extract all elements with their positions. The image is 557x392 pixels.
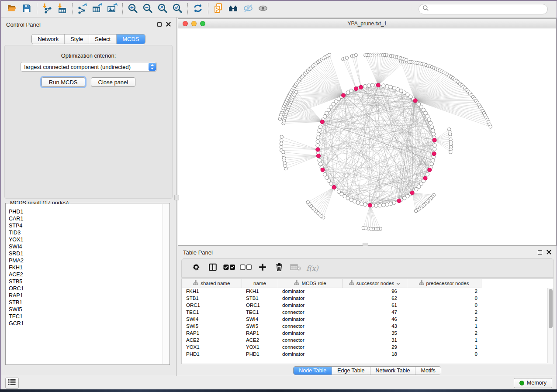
table-cell[interactable]: dominator [278, 330, 343, 337]
mcds-result-item[interactable]: ORC1 [6, 285, 163, 292]
tab-edge-table[interactable]: Edge Table [332, 367, 370, 375]
table-cell[interactable]: 0 [407, 295, 481, 302]
network-graph[interactable] [178, 28, 556, 245]
table-row[interactable]: TEC1TEC1connector472 [182, 309, 549, 316]
network-nodes[interactable] [278, 53, 492, 230]
table-cell[interactable]: 46 [343, 316, 407, 323]
column-header-MCDS-role[interactable]: MCDS role [278, 279, 343, 288]
table-row[interactable]: FKH1FKH1dominator962 [182, 288, 549, 295]
mcds-result-item[interactable]: SRD1 [6, 250, 163, 257]
search-field[interactable] [419, 4, 548, 14]
table-cell[interactable]: 47 [343, 309, 407, 316]
table-cell[interactable]: dominator [278, 302, 343, 309]
network-canvas[interactable] [178, 28, 556, 245]
mcds-result-item[interactable]: YOX1 [6, 236, 163, 243]
zoom-fit-button[interactable] [155, 3, 170, 16]
table-cell[interactable]: SWI5 [242, 323, 278, 330]
table-cell[interactable]: RAP1 [242, 330, 278, 337]
tab-network[interactable]: Network [32, 34, 64, 44]
tab-mcds[interactable]: MCDS [116, 34, 145, 44]
deselect-all-rows-button[interactable] [238, 261, 254, 275]
table-row[interactable]: STB1STB1dominator620 [182, 295, 549, 302]
memory-button[interactable]: Memory [514, 378, 552, 388]
show-task-history-button[interactable] [5, 378, 19, 389]
table-cell[interactable]: 96 [343, 288, 407, 295]
import-table-button[interactable] [55, 3, 69, 16]
hide-selected-button[interactable] [241, 3, 256, 16]
table-cell[interactable]: 1 [407, 337, 481, 344]
table-cell[interactable]: 0 [407, 302, 481, 309]
table-cell[interactable]: 61 [343, 302, 407, 309]
mcds-result-item[interactable]: RAP1 [6, 292, 163, 299]
mcds-result-item[interactable]: STP4 [6, 222, 163, 229]
column-header-name[interactable]: name [242, 279, 278, 288]
table-cell[interactable]: PHD1 [182, 351, 242, 358]
table-cell[interactable]: connector [278, 309, 343, 316]
mcds-result-item[interactable]: SWI4 [6, 243, 163, 250]
tab-node-table[interactable]: Node Table [294, 367, 332, 375]
table-cell[interactable]: 2 [407, 288, 481, 295]
table-cell[interactable]: 1 [407, 344, 481, 351]
table-settings-button[interactable] [188, 261, 204, 275]
table-cell[interactable]: ORC1 [242, 302, 278, 309]
column-header-shared-name[interactable]: shared name [182, 279, 242, 288]
apply-layout-button[interactable] [190, 3, 205, 16]
table-cell[interactable]: 62 [343, 295, 407, 302]
table-cell[interactable]: connector [278, 337, 343, 344]
table-cell[interactable]: 2 [407, 316, 481, 323]
save-session-button[interactable] [19, 3, 34, 16]
import-network-button[interactable] [40, 3, 55, 16]
tab-network-table[interactable]: Network Table [370, 367, 415, 375]
column-header-successor-nodes[interactable]: successor nodes [343, 279, 407, 288]
table-cell[interactable]: 43 [343, 323, 407, 330]
new-network-from-selection-button[interactable] [211, 3, 226, 16]
table-row[interactable]: SWI4SWI4dominator462 [182, 316, 549, 323]
table-cell[interactable]: FKH1 [242, 288, 278, 295]
table-row[interactable]: PHD1PHD1dominator180 [182, 351, 549, 358]
table-cell[interactable]: ORC1 [182, 302, 242, 309]
mcds-result-item[interactable]: ACE2 [6, 271, 163, 278]
zoom-selected-button[interactable] [170, 3, 185, 16]
mcds-result-item[interactable]: TID3 [6, 229, 163, 236]
table-cell[interactable]: dominator [278, 351, 343, 358]
table-cell[interactable]: 29 [343, 344, 407, 351]
table-scrollbar[interactable] [547, 288, 554, 363]
zoom-in-button[interactable] [125, 3, 140, 16]
table-row[interactable]: ACE2ACE2connector311 [182, 337, 549, 344]
first-neighbors-button[interactable] [226, 3, 241, 16]
mcds-result-item[interactable]: STB1 [6, 299, 163, 306]
mcds-result-item[interactable]: STB5 [6, 278, 163, 285]
select-all-rows-button[interactable] [221, 261, 238, 275]
table-cell[interactable]: TEC1 [182, 309, 242, 316]
table-cell[interactable]: YOX1 [182, 344, 242, 351]
table-cell[interactable]: RAP1 [182, 330, 242, 337]
tab-style[interactable]: Style [64, 34, 89, 44]
search-input[interactable] [429, 6, 544, 12]
export-image-button[interactable] [105, 3, 120, 16]
table-cell[interactable]: TEC1 [242, 309, 278, 316]
table-cell[interactable]: 2 [407, 309, 481, 316]
table-cell[interactable]: PHD1 [242, 351, 278, 358]
table-cell[interactable]: dominator [278, 288, 343, 295]
table-cell[interactable]: ACE2 [242, 337, 278, 344]
table-cell[interactable]: 31 [343, 337, 407, 344]
mcds-list-scrollbar[interactable] [163, 204, 169, 364]
close-panel-icon[interactable] [547, 248, 551, 256]
zoom-out-button[interactable] [140, 3, 155, 16]
tab-select[interactable]: Select [89, 34, 116, 44]
export-table-button[interactable] [90, 3, 105, 16]
table-cell[interactable]: dominator [278, 295, 343, 302]
mcds-result-item[interactable]: PMA2 [6, 257, 163, 264]
optimization-criterion-select[interactable]: largest connected component (undirected) [21, 62, 157, 72]
run-mcds-button[interactable]: Run MCDS [42, 77, 85, 87]
vertical-splitter-handle[interactable] [174, 195, 179, 200]
delete-column-button[interactable] [271, 261, 287, 275]
table-cell[interactable]: SWI5 [182, 323, 242, 330]
table-cell[interactable]: connector [278, 323, 343, 330]
table-cell[interactable]: 0 [407, 351, 481, 358]
column-header-predecessor-nodes[interactable]: predecessor nodes [407, 279, 481, 288]
table-cell[interactable]: 1 [407, 323, 481, 330]
table-cell[interactable]: FKH1 [182, 288, 242, 295]
table-cell[interactable]: 18 [343, 351, 407, 358]
table-cell[interactable]: SWI4 [182, 316, 242, 323]
